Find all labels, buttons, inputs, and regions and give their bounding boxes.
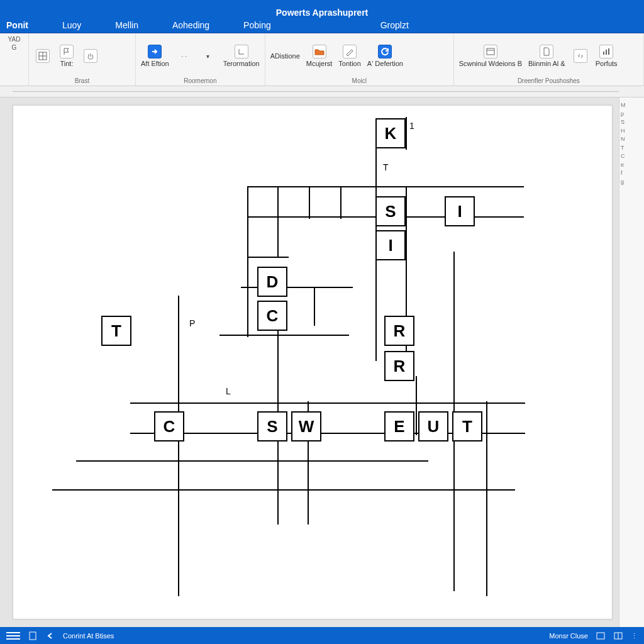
grid-line — [247, 186, 524, 187]
back-icon[interactable] — [45, 631, 55, 641]
refresh-icon[interactable]: A' Defertion — [367, 45, 403, 67]
grid-line — [178, 296, 179, 596]
crossword-cell[interactable]: I — [445, 196, 475, 226]
svg-rect-5 — [603, 52, 604, 55]
svg-rect-8 — [30, 632, 36, 640]
grid-line — [130, 402, 525, 404]
side-item[interactable]: T — [621, 144, 643, 153]
arrow-right-icon[interactable]: Aft Eftion — [141, 45, 169, 67]
label-adistione[interactable]: ADistione — [270, 52, 300, 60]
crossword-cell[interactable]: R — [384, 351, 414, 381]
tab-4[interactable]: Pobing — [243, 20, 271, 30]
side-item[interactable]: H — [621, 127, 643, 136]
grid-line — [247, 186, 248, 337]
svg-rect-6 — [606, 50, 607, 55]
side-item[interactable]: p — [621, 110, 643, 119]
tab-2[interactable]: Mellin — [115, 20, 138, 30]
draw-icon[interactable]: Tontion — [338, 45, 360, 67]
flag-icon[interactable]: Tint: — [58, 45, 75, 67]
crossword-cell[interactable]: S — [375, 196, 406, 226]
grid-line — [340, 186, 341, 219]
grid-line — [416, 376, 417, 435]
crossword-cell[interactable]: W — [291, 411, 321, 441]
ribbon-group-3: Scwninul Wdeions B Biinmin Al & Porfuts … — [454, 33, 644, 86]
crossword-cell[interactable]: C — [154, 411, 184, 441]
group-label-0: Brast — [34, 76, 130, 84]
svg-rect-9 — [597, 633, 604, 639]
grid-line — [219, 335, 349, 336]
dots-icon[interactable]: · · — [175, 53, 193, 60]
corner-icon[interactable]: Terormation — [223, 45, 260, 67]
grid-icon[interactable] — [34, 49, 52, 63]
workspace: KSIIDCTRRCSWEUT1TPL M p S H N T C e f g — [0, 97, 644, 627]
ribbon-small-1: G — [12, 44, 17, 51]
svg-rect-3 — [487, 48, 494, 55]
grid-line — [76, 460, 428, 462]
crossword-cell[interactable]: U — [418, 411, 448, 441]
horizontal-ruler — [0, 86, 644, 97]
layout2-icon[interactable] — [613, 631, 623, 641]
group-label-3: Dreenfler Poushoshes — [459, 76, 638, 84]
title-bar: Powerts Aprashuprert Ponit Luoy Mellin A… — [0, 0, 644, 33]
side-item[interactable]: C — [621, 152, 643, 161]
status-more[interactable]: ⋮ — [631, 632, 638, 640]
page-icon[interactable]: Biinmin Al & — [528, 45, 565, 67]
tab-strip: Ponit Luoy Mellin Aoheding Pobing Groplz… — [6, 20, 638, 30]
doc-icon[interactable] — [28, 631, 38, 641]
group-label-2: Moicl — [270, 76, 448, 84]
window-icon[interactable]: Scwninul Wdeions B — [459, 45, 522, 67]
link-icon[interactable] — [572, 49, 589, 63]
side-item[interactable]: g — [621, 178, 643, 187]
side-item[interactable]: M — [621, 101, 643, 110]
crossword-cell[interactable]: R — [384, 316, 414, 346]
crossword-clue-number: L — [226, 386, 231, 396]
tab-3[interactable]: Aoheding — [172, 20, 209, 30]
side-item[interactable]: f — [621, 169, 643, 178]
grid-line — [406, 117, 407, 150]
grid-line — [314, 287, 315, 326]
crossword-cell[interactable]: I — [375, 230, 406, 260]
crossword-cell[interactable]: D — [257, 267, 287, 297]
tab-0[interactable]: Ponit — [6, 20, 28, 30]
side-item[interactable]: e — [621, 161, 643, 170]
ribbon-group-2: ADistione Mcujerst Tontion A' Defertion … — [265, 33, 454, 86]
grid-line — [247, 257, 289, 258]
chart-icon[interactable]: Porfuts — [596, 45, 618, 67]
crossword-clue-number: 1 — [409, 121, 414, 131]
app-title: Powerts Aprashuprert — [276, 8, 369, 18]
folder-icon[interactable]: Mcujerst — [306, 45, 333, 67]
crossword-cell[interactable]: T — [101, 316, 131, 346]
ribbon-group-0: Tint: Brast — [29, 33, 136, 86]
crossword-cell[interactable]: C — [257, 301, 287, 331]
ribbon: YAD G Tint: Brast Aft Eftion · — [0, 33, 644, 86]
crossword-cell[interactable]: T — [452, 411, 482, 441]
status-left: Conrint At Btises — [63, 632, 114, 640]
tab-1[interactable]: Luoy — [62, 20, 81, 30]
group-label-1: Roomernon — [141, 76, 260, 84]
side-item[interactable]: S — [621, 118, 643, 127]
tab-5[interactable]: Groplzt — [380, 20, 409, 30]
caret-icon[interactable]: ▾ — [199, 53, 217, 60]
layout1-icon[interactable] — [596, 631, 606, 641]
svg-rect-7 — [608, 48, 609, 55]
crossword-canvas: KSIIDCTRRCSWEUT1TPL — [13, 106, 612, 619]
status-bar: Conrint At Btises Monsr Cluse ⋮ — [0, 627, 644, 644]
ribbon-group-1: Aft Eftion · · ▾ Terormation Roomernon — [136, 33, 265, 86]
crossword-clue-number: T — [383, 162, 389, 172]
document-page[interactable]: KSIIDCTRRCSWEUT1TPL — [13, 105, 613, 619]
crossword-cell[interactable]: S — [257, 411, 287, 441]
status-right: Monsr Cluse — [549, 632, 588, 640]
hand-icon[interactable] — [82, 49, 99, 63]
side-panel[interactable]: M p S H N T C e f g — [619, 97, 644, 627]
grid-line — [309, 186, 310, 219]
menu-icon[interactable] — [6, 632, 20, 640]
ribbon-small-0: YAD — [8, 36, 21, 43]
grid-line — [52, 489, 515, 491]
side-item[interactable]: N — [621, 135, 643, 144]
grid-line — [486, 401, 487, 596]
grid-line — [277, 186, 279, 257]
crossword-cell[interactable]: E — [384, 411, 414, 441]
crossword-cell[interactable]: K — [375, 118, 406, 148]
crossword-clue-number: P — [189, 318, 195, 328]
